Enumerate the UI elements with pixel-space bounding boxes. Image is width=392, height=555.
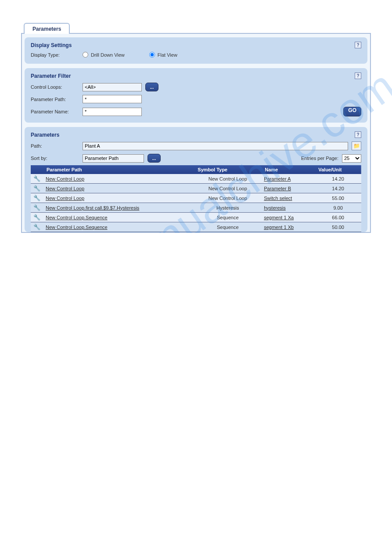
param-name-link[interactable]: Switch select <box>264 196 292 201</box>
entries-per-page-select[interactable]: 25 <box>342 154 361 163</box>
wrench-icon[interactable]: 🔧 <box>33 175 40 182</box>
symbol-type-cell: New Control Loop <box>194 174 261 184</box>
param-name-link[interactable]: segment 1 Xa <box>264 215 294 220</box>
wrench-icon[interactable]: 🔧 <box>33 185 40 192</box>
radio-flat-view-input[interactable] <box>149 52 155 58</box>
folder-up-button[interactable]: 📁 <box>352 141 361 150</box>
table-row: 🔧New Control LoopNew Control LoopSwitch … <box>31 193 361 203</box>
symbol-type-cell: New Control Loop <box>194 193 261 203</box>
symbol-type-cell: Sequence <box>194 222 261 232</box>
folder-up-icon: 📁 <box>353 143 360 149</box>
col-value-unit[interactable]: Value/Unit <box>315 165 361 174</box>
param-name-link[interactable]: hysteresis <box>264 205 286 210</box>
symbol-type-cell: Hysteresis <box>194 203 261 213</box>
go-button[interactable]: GO <box>343 107 361 116</box>
wrench-icon[interactable]: 🔧 <box>33 195 40 201</box>
param-name-link[interactable]: Parameter A <box>264 176 291 181</box>
display-type-label: Display Type: <box>31 52 79 58</box>
param-path-link[interactable]: New Control Loop.Sequence <box>46 215 108 220</box>
panel-parameters: Parameters ? Path: 📁 Sort by: ... Entrie… <box>25 127 367 232</box>
parameter-path-input[interactable] <box>83 95 142 103</box>
parameters-title: Parameters <box>31 132 59 138</box>
display-settings-title: Display Settings <box>31 42 72 48</box>
control-loops-label: Control Loops: <box>31 84 79 90</box>
table-row: 🔧New Control LoopNew Control LoopParamet… <box>31 174 361 184</box>
table-row: 🔧New Control LoopNew Control LoopParamet… <box>31 184 361 193</box>
value-cell: 14.20 <box>315 184 361 193</box>
table-row: 🔧New Control Loop.first call.$9.$7.Hyste… <box>31 203 361 213</box>
symbol-type-cell: New Control Loop <box>194 184 261 193</box>
param-path-link[interactable]: New Control Loop.Sequence <box>46 225 108 230</box>
param-path-link[interactable]: New Control Loop.first call.$9.$7.Hyster… <box>46 205 139 210</box>
param-path-link[interactable]: New Control Loop <box>46 176 84 181</box>
param-name-link[interactable]: Parameter B <box>264 186 291 191</box>
path-input[interactable] <box>83 142 348 150</box>
control-loops-input[interactable] <box>83 83 142 91</box>
parameter-filter-title: Parameter Filter <box>31 73 71 79</box>
radio-flat-view-label: Flat View <box>158 52 177 58</box>
value-cell: 9.00 <box>315 203 361 213</box>
table-row: 🔧New Control Loop.SequenceSequencesegmen… <box>31 222 361 232</box>
sort-by-input[interactable] <box>83 154 144 163</box>
parameter-name-input[interactable] <box>83 108 142 116</box>
symbol-type-cell: Sequence <box>194 213 261 222</box>
param-path-link[interactable]: New Control Loop <box>46 196 84 201</box>
browse-control-loops-button[interactable]: ... <box>145 83 158 91</box>
radio-drill-down[interactable]: Drill Down View <box>83 52 125 58</box>
path-label: Path: <box>31 143 79 149</box>
radio-drill-down-label: Drill Down View <box>91 52 125 58</box>
panel-parameter-filter: Parameter Filter ? Control Loops: ... Pa… <box>25 68 367 123</box>
col-name[interactable]: Name <box>261 165 315 174</box>
param-name-link[interactable]: segment 1 Xb <box>264 225 294 230</box>
help-icon[interactable]: ? <box>355 73 361 79</box>
col-parameter-path[interactable]: Parameter Path <box>43 165 194 174</box>
help-icon[interactable]: ? <box>355 131 361 138</box>
wrench-icon[interactable]: 🔧 <box>33 214 40 221</box>
value-cell: 66.00 <box>315 213 361 222</box>
wrench-icon[interactable]: 🔧 <box>33 224 40 230</box>
param-path-link[interactable]: New Control Loop <box>46 186 84 191</box>
radio-flat-view[interactable]: Flat View <box>149 52 177 58</box>
panel-display-settings: Display Settings ? Display Type: Drill D… <box>25 37 367 64</box>
browse-sort-button[interactable]: ... <box>147 154 161 163</box>
parameter-path-label: Parameter Path: <box>31 97 79 102</box>
wrench-icon[interactable]: 🔧 <box>33 204 40 211</box>
value-cell: 55.00 <box>315 193 361 203</box>
parameter-name-label: Parameter Name: <box>31 109 79 114</box>
help-icon[interactable]: ? <box>355 42 361 48</box>
table-row: 🔧New Control Loop.SequenceSequencesegmen… <box>31 213 361 222</box>
parameters-table: Parameter Path Symbol Type Name Value/Un… <box>31 165 361 232</box>
entries-per-page-label: Entries per Page: <box>301 156 338 161</box>
value-cell: 14.20 <box>315 174 361 184</box>
tab-parameters[interactable]: Parameters <box>24 23 70 34</box>
col-symbol-type[interactable]: Symbol Type <box>194 165 261 174</box>
radio-drill-down-input[interactable] <box>83 52 88 58</box>
sort-by-label: Sort by: <box>31 156 79 161</box>
value-cell: 50.00 <box>315 222 361 232</box>
